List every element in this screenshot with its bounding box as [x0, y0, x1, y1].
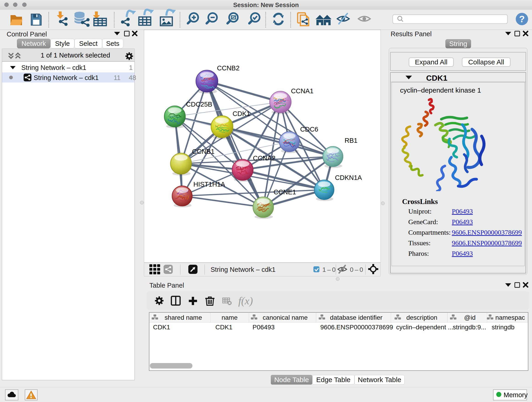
- svg-text:CCNA1: CCNA1: [291, 87, 313, 95]
- svg-text:CCNB2: CCNB2: [217, 64, 239, 72]
- svg-text:CDC25B: CDC25B: [186, 101, 212, 108]
- svg-text:CCNA2: CCNA2: [253, 154, 275, 162]
- svg-text:CDC6: CDC6: [300, 126, 318, 133]
- svg-text:CCNB1: CCNB1: [192, 148, 215, 155]
- svg-text:RB1: RB1: [345, 137, 357, 144]
- svg-text:CDKN1A: CDKN1A: [335, 174, 362, 181]
- svg-text:CDK1: CDK1: [233, 110, 250, 117]
- svg-text:HIST1H1A: HIST1H1A: [193, 181, 225, 188]
- svg-text:CCNE1: CCNE1: [273, 188, 296, 196]
